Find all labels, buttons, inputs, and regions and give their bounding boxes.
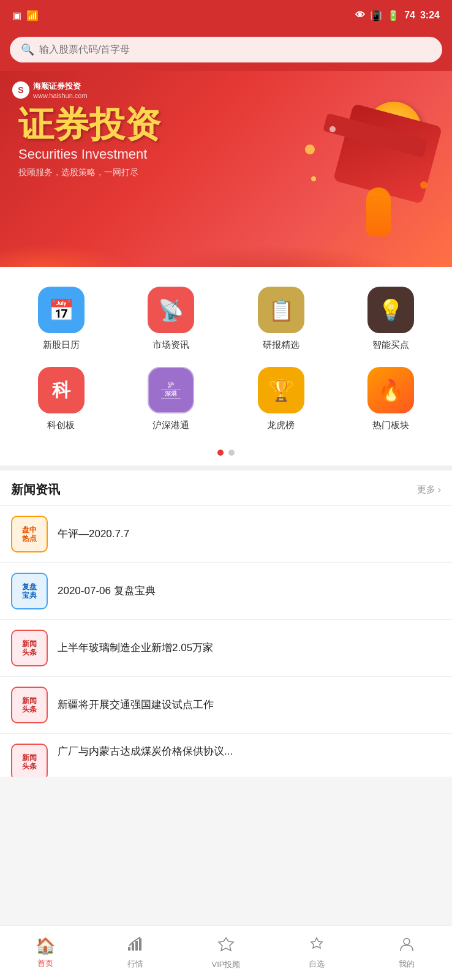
banner-content: 证券投资 Securities Investment 投顾服务，选股策略，一网打…: [18, 105, 160, 178]
page-dot-2[interactable]: [228, 450, 235, 456]
home-label: 首页: [37, 958, 53, 969]
smart-buy-icon: 💡: [367, 287, 414, 333]
status-left-icons: ▣ 📶: [12, 10, 39, 21]
banner-title: 证券投资: [18, 105, 160, 144]
battery-level: 74: [404, 10, 415, 21]
time-display: 3:24: [420, 10, 440, 21]
icons-grid-section: 📅 新股日历 📡 市场资讯 📋 研报精选 💡 智能买点 科 科创板 沪 深港 沪…: [0, 267, 452, 442]
news-text-3: 上半年玻璃制造企业新增2.05万家: [58, 640, 441, 656]
icon-star-market[interactable]: 科 科创板: [6, 362, 116, 436]
vip-label: VIP投顾: [212, 959, 241, 970]
news-badge-3: 新闻头条: [11, 630, 48, 666]
wifi-icon: 📶: [26, 10, 39, 21]
profile-icon: [399, 936, 415, 956]
icon-hot-sectors[interactable]: 🔥 热门板块: [336, 362, 446, 436]
battery-icon: 🔋: [387, 10, 399, 21]
market-news-icon: 📡: [148, 287, 194, 333]
news-header: 新闻资讯 更多 ›: [0, 470, 452, 506]
search-container: 🔍: [0, 31, 452, 71]
svg-rect-0: [128, 947, 130, 951]
news-text-4: 新疆将开展交通强国建设试点工作: [58, 697, 441, 713]
dragon-tiger-label: 龙虎榜: [267, 420, 295, 431]
news-item-1[interactable]: 盘中热点 午评—2020.7.7: [0, 506, 452, 563]
news-item-5[interactable]: 新闻头条 广厂与内蒙古达成煤炭价格保供协议...: [0, 734, 452, 777]
market-news-label: 市场资讯: [153, 339, 189, 351]
search-bar[interactable]: 🔍: [10, 37, 442, 62]
star-market-label: 科创板: [47, 420, 75, 431]
nav-item-profile[interactable]: 我的: [361, 931, 452, 974]
market-icon: [127, 936, 143, 956]
market-label: 行情: [127, 959, 143, 970]
icons-grid: 📅 新股日历 📡 市场资讯 📋 研报精选 💡 智能买点 科 科创板 沪 深港 沪…: [6, 282, 446, 436]
vibrate-icon: 📳: [370, 10, 382, 21]
banner-logo: S 海顺证券投资 www.haishun.com: [12, 81, 88, 99]
news-text-1: 午评—2020.7.7: [58, 526, 441, 542]
nav-item-vip[interactable]: VIP投顾: [181, 930, 271, 975]
eye-icon: 👁: [355, 10, 365, 21]
icon-hk-connect[interactable]: 沪 深港 沪深港通: [116, 362, 227, 436]
banner: S 海顺证券投资 www.haishun.com 证券投资 Securities…: [0, 71, 452, 267]
research-picks-label: 研报精选: [263, 339, 299, 351]
pagination-dots: [0, 442, 452, 466]
nav-item-watchlist[interactable]: 自选: [271, 931, 362, 974]
star-market-icon: 科: [38, 367, 85, 413]
hot-sectors-icon: 🔥: [367, 367, 414, 413]
research-picks-icon: 📋: [258, 287, 304, 333]
news-section-title: 新闻资讯: [11, 481, 60, 498]
new-stock-calendar-label: 新股日历: [43, 339, 80, 351]
news-item-2[interactable]: 复盘宝典 2020-07-06 复盘宝典: [0, 563, 452, 620]
section-divider: [0, 466, 452, 470]
logo-text: 海顺证券投资 www.haishun.com: [33, 81, 88, 99]
home-icon: 🏠: [36, 937, 55, 956]
search-input[interactable]: [39, 44, 431, 55]
hk-connect-icon: 沪 深港: [148, 367, 194, 413]
hk-connect-label: 沪深港通: [153, 420, 189, 431]
logo-icon: S: [12, 81, 29, 99]
status-bar: ▣ 📶 👁 📳 🔋 74 3:24: [0, 0, 452, 31]
search-icon: 🔍: [21, 43, 34, 56]
icon-new-stock-calendar[interactable]: 📅 新股日历: [6, 282, 116, 356]
news-text-5: 广厂与内蒙古达成煤炭价格保供协议...: [58, 744, 441, 760]
banner-slogan: 投顾服务，选股策略，一网打尽: [18, 167, 160, 178]
svg-rect-1: [132, 943, 134, 951]
icon-market-news[interactable]: 📡 市场资讯: [116, 282, 227, 356]
icon-smart-buy[interactable]: 💡 智能买点: [336, 282, 446, 356]
figure-decoration: [366, 187, 391, 236]
watchlist-icon: [309, 936, 325, 956]
page-dot-1[interactable]: [217, 450, 224, 456]
nav-item-market[interactable]: 行情: [91, 931, 181, 974]
svg-rect-3: [139, 938, 141, 951]
hot-sectors-label: 热门板块: [372, 420, 409, 431]
icon-dragon-tiger[interactable]: 🏆 龙虎榜: [226, 362, 336, 436]
sim-icon: ▣: [12, 10, 21, 21]
news-badge-4: 新闻头条: [11, 687, 48, 723]
smart-buy-label: 智能买点: [372, 339, 409, 351]
nav-item-home[interactable]: 🏠 首页: [0, 932, 91, 974]
new-stock-calendar-icon: 📅: [38, 287, 85, 333]
news-section: 新闻资讯 更多 › 盘中热点 午评—2020.7.7 复盘宝典 2020-07-…: [0, 470, 452, 777]
bottom-nav: 🏠 首页 行情 VIP投顾 自选: [0, 925, 452, 980]
vip-icon: [217, 935, 235, 957]
svg-point-4: [404, 938, 410, 944]
news-item-4[interactable]: 新闻头条 新疆将开展交通强国建设试点工作: [0, 677, 452, 734]
news-badge-1: 盘中热点: [11, 516, 48, 552]
banner-subtitle: Securities Investment: [18, 146, 160, 162]
status-right-info: 👁 📳 🔋 74 3:24: [355, 10, 440, 21]
svg-rect-2: [135, 941, 138, 951]
news-text-2: 2020-07-06 复盘宝典: [58, 583, 441, 599]
news-badge-2: 复盘宝典: [11, 573, 48, 609]
news-item-3[interactable]: 新闻头条 上半年玻璃制造企业新增2.05万家: [0, 620, 452, 677]
news-badge-5: 新闻头条: [11, 744, 48, 777]
profile-label: 我的: [399, 959, 415, 970]
dragon-tiger-icon: 🏆: [258, 367, 304, 413]
news-more-button[interactable]: 更多 ›: [417, 484, 441, 496]
icon-research-picks[interactable]: 📋 研报精选: [226, 282, 336, 356]
watchlist-label: 自选: [309, 959, 325, 970]
